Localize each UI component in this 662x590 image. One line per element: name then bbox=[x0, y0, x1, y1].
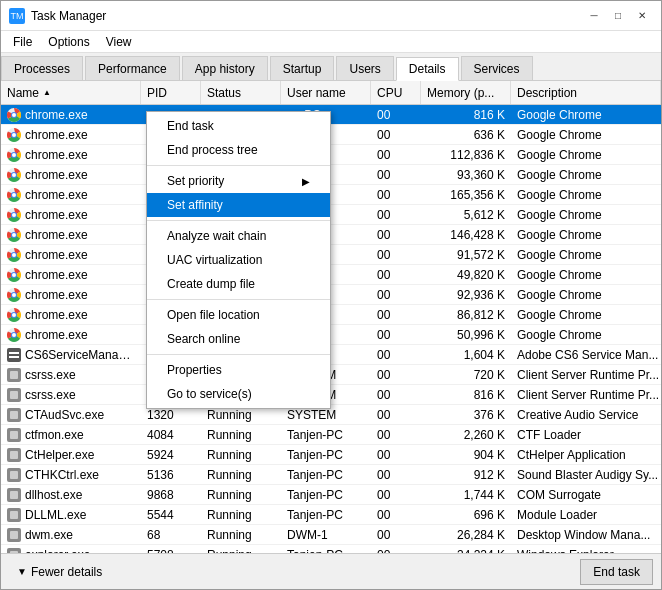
table-row[interactable]: DLLML.exe5544RunningTanjen-PC00696 KModu… bbox=[1, 505, 661, 525]
context-menu-item-create-dump-file[interactable]: Create dump file bbox=[147, 272, 330, 296]
end-task-button[interactable]: End task bbox=[580, 559, 653, 585]
table-row[interactable]: ctfmon.exe4084RunningTanjen-PC002,260 KC… bbox=[1, 425, 661, 445]
menu-file[interactable]: File bbox=[5, 33, 40, 51]
col-header-desc[interactable]: Description bbox=[511, 81, 661, 104]
table-row[interactable]: chrome.exeen-PC0093,360 KGoogle Chrome bbox=[1, 165, 661, 185]
table-row[interactable]: dllhost.exe9868RunningTanjen-PC001,744 K… bbox=[1, 485, 661, 505]
svg-point-14 bbox=[12, 193, 16, 197]
maximize-button[interactable]: □ bbox=[607, 6, 629, 26]
cell-status: Running bbox=[201, 445, 281, 464]
cell-pid: 4084 bbox=[141, 425, 201, 444]
context-menu-item-analyze-wait-chain[interactable]: Analyze wait chain bbox=[147, 224, 330, 248]
generic-icon bbox=[7, 408, 21, 422]
table-row[interactable]: chrome.exeen-PC0086,812 KGoogle Chrome bbox=[1, 305, 661, 325]
fewer-details-button[interactable]: ▼ Fewer details bbox=[9, 561, 110, 583]
context-menu-item-open-file-location[interactable]: Open file location bbox=[147, 303, 330, 327]
context-menu-item-properties[interactable]: Properties bbox=[147, 358, 330, 382]
cell-desc: Google Chrome bbox=[511, 325, 661, 344]
cell-cpu: 00 bbox=[371, 285, 421, 304]
process-name: DLLML.exe bbox=[25, 508, 86, 522]
svg-point-23 bbox=[12, 253, 16, 257]
svg-rect-36 bbox=[7, 348, 21, 362]
cell-memory: 93,360 K bbox=[421, 165, 511, 184]
table-row[interactable]: explorer.exe5708RunningTanjen-PC0034,224… bbox=[1, 545, 661, 553]
chrome-icon bbox=[7, 228, 21, 242]
process-name: chrome.exe bbox=[25, 208, 88, 222]
svg-rect-58 bbox=[10, 551, 18, 554]
context-menu-separator bbox=[147, 165, 330, 166]
context-menu-item-end-task[interactable]: End task bbox=[147, 114, 330, 138]
cell-cpu: 00 bbox=[371, 225, 421, 244]
table-row[interactable]: chrome.exeen-PC00816 KGoogle Chrome bbox=[1, 105, 661, 125]
table-row[interactable]: chrome.exeen-PC0050,996 KGoogle Chrome bbox=[1, 325, 661, 345]
cell-name: csrss.exe bbox=[1, 365, 141, 384]
context-menu-item-end-process-tree[interactable]: End process tree bbox=[147, 138, 330, 162]
close-button[interactable]: ✕ bbox=[631, 6, 653, 26]
minimize-button[interactable]: ─ bbox=[583, 6, 605, 26]
table-row[interactable]: CTAudSvc.exe1320RunningSYSTEM00376 KCrea… bbox=[1, 405, 661, 425]
context-menu-separator bbox=[147, 220, 330, 221]
svg-point-26 bbox=[12, 273, 16, 277]
col-header-user[interactable]: User name bbox=[281, 81, 371, 104]
context-menu-item-uac-virtualization[interactable]: UAC virtualization bbox=[147, 248, 330, 272]
svg-point-11 bbox=[12, 173, 16, 177]
cell-cpu: 00 bbox=[371, 125, 421, 144]
col-header-pid[interactable]: PID bbox=[141, 81, 201, 104]
tab-users[interactable]: Users bbox=[336, 56, 393, 80]
context-menu-item-search-online[interactable]: Search online bbox=[147, 327, 330, 351]
cell-cpu: 00 bbox=[371, 525, 421, 544]
col-header-name[interactable]: Name ▲ bbox=[1, 81, 141, 104]
cell-status: Running bbox=[201, 485, 281, 504]
table-row[interactable]: chrome.exeen-PC00165,356 KGoogle Chrome bbox=[1, 185, 661, 205]
table-row[interactable]: chrome.exeen-PC00636 KGoogle Chrome bbox=[1, 125, 661, 145]
cell-memory: 816 K bbox=[421, 385, 511, 404]
tab-details[interactable]: Details bbox=[396, 57, 459, 81]
table-row[interactable]: chrome.exeen-PC0092,936 KGoogle Chrome bbox=[1, 285, 661, 305]
col-header-status[interactable]: Status bbox=[201, 81, 281, 104]
table-row[interactable]: chrome.exeen-PC0091,572 KGoogle Chrome bbox=[1, 245, 661, 265]
table-row[interactable]: chrome.exeen-PC00112,836 KGoogle Chrome bbox=[1, 145, 661, 165]
chrome-icon bbox=[7, 288, 21, 302]
col-header-cpu[interactable]: CPU bbox=[371, 81, 421, 104]
cell-name: CS6ServiceManager.... bbox=[1, 345, 141, 364]
cell-user: Tanjen-PC bbox=[281, 465, 371, 484]
service-icon bbox=[7, 348, 21, 362]
cell-desc: Client Server Runtime Pr... bbox=[511, 385, 661, 404]
tab-app-history[interactable]: App history bbox=[182, 56, 268, 80]
svg-rect-52 bbox=[10, 491, 18, 499]
menu-options[interactable]: Options bbox=[40, 33, 97, 51]
cell-name: DLLML.exe bbox=[1, 505, 141, 524]
cell-status: Running bbox=[201, 525, 281, 544]
chevron-down-icon: ▼ bbox=[17, 566, 27, 577]
menu-view[interactable]: View bbox=[98, 33, 140, 51]
table-row[interactable]: csrss.exe364RunningSYSTEM00816 KClient S… bbox=[1, 385, 661, 405]
cell-desc: Google Chrome bbox=[511, 285, 661, 304]
tab-processes[interactable]: Processes bbox=[1, 56, 83, 80]
table-row[interactable]: CTHKCtrl.exe5136RunningTanjen-PC00912 KS… bbox=[1, 465, 661, 485]
cell-cpu: 00 bbox=[371, 305, 421, 324]
svg-point-5 bbox=[12, 133, 16, 137]
cell-memory: 696 K bbox=[421, 505, 511, 524]
cell-memory: 720 K bbox=[421, 365, 511, 384]
cell-name: chrome.exe bbox=[1, 205, 141, 224]
cell-memory: 50,996 K bbox=[421, 325, 511, 344]
table-row[interactable]: chrome.exeen-PC00146,428 KGoogle Chrome bbox=[1, 225, 661, 245]
cell-cpu: 00 bbox=[371, 485, 421, 504]
context-menu-item-set-priority[interactable]: Set priority▶ bbox=[147, 169, 330, 193]
tab-services[interactable]: Services bbox=[461, 56, 533, 80]
context-menu-item-go-to-service(s)[interactable]: Go to service(s) bbox=[147, 382, 330, 406]
table-row[interactable]: dwm.exe68RunningDWM-10026,284 KDesktop W… bbox=[1, 525, 661, 545]
tab-performance[interactable]: Performance bbox=[85, 56, 180, 80]
table-row[interactable]: CtHelper.exe5924RunningTanjen-PC00904 KC… bbox=[1, 445, 661, 465]
table-header: Name ▲ PID Status User name CPU Memory (… bbox=[1, 81, 661, 105]
tab-startup[interactable]: Startup bbox=[270, 56, 335, 80]
svg-point-32 bbox=[12, 313, 16, 317]
table-row[interactable]: csrss.exe364RunningSYSTEM00720 KClient S… bbox=[1, 365, 661, 385]
col-header-memory[interactable]: Memory (p... bbox=[421, 81, 511, 104]
process-name: chrome.exe bbox=[25, 248, 88, 262]
process-name: CTHKCtrl.exe bbox=[25, 468, 99, 482]
context-menu-item-set-affinity[interactable]: Set affinity bbox=[147, 193, 330, 217]
table-row[interactable]: chrome.exeen-PC005,612 KGoogle Chrome bbox=[1, 205, 661, 225]
table-row[interactable]: CS6ServiceManager....en-PC001,604 KAdobe… bbox=[1, 345, 661, 365]
table-row[interactable]: chrome.exeen-PC0049,820 KGoogle Chrome bbox=[1, 265, 661, 285]
